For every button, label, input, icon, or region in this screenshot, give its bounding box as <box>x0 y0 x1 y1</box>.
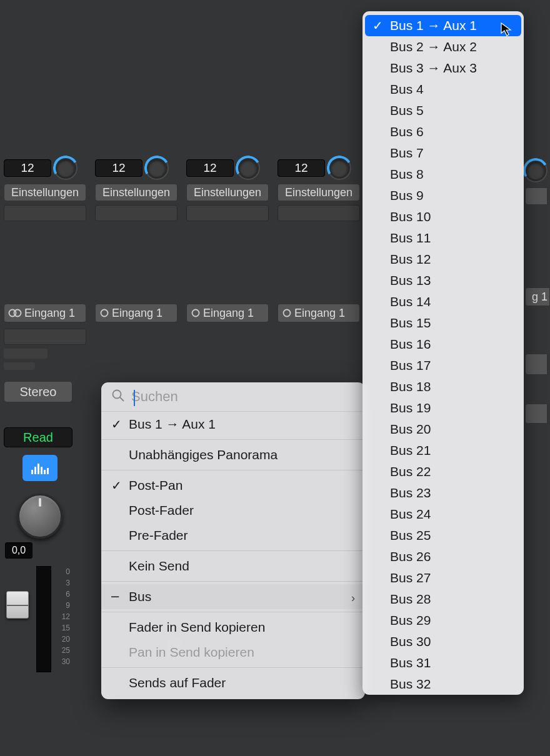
pan-knob[interactable] <box>18 494 62 539</box>
svg-point-1 <box>14 310 21 317</box>
bus-submenu-item[interactable]: Bus 13 <box>365 270 521 291</box>
svg-rect-4 <box>38 464 39 474</box>
input-selector[interactable]: Eingang 1 <box>186 304 269 322</box>
group-slot[interactable] <box>4 349 48 359</box>
send-level[interactable]: 12 <box>95 159 142 177</box>
bus-submenu-item[interactable]: Bus 5 <box>365 100 521 121</box>
menu-separator <box>101 612 365 612</box>
bus-submenu-item[interactable]: Bus 28 <box>365 589 521 610</box>
mono-icon <box>282 308 292 318</box>
pan-value[interactable]: 0,0 <box>5 542 32 559</box>
bus-submenu-item[interactable]: Bus 30 <box>365 631 521 652</box>
input-selector[interactable]: g 1 <box>525 287 550 306</box>
automation-read-button[interactable]: Read <box>4 427 72 447</box>
bus-submenu-item[interactable]: Bus 9 <box>365 185 521 206</box>
bus-submenu-item[interactable]: Bus 4 <box>365 79 521 100</box>
settings-button[interactable]: Einstellungen <box>278 184 360 201</box>
bus-submenu-item[interactable]: Bus 17 <box>365 355 521 376</box>
svg-point-11 <box>113 390 121 399</box>
send-knob[interactable] <box>238 157 259 179</box>
input-selector[interactable]: Eingang 1 <box>278 304 360 322</box>
menu-separator <box>101 470 365 470</box>
bus-submenu-item[interactable]: Bus 23 <box>365 482 521 504</box>
bus-submenu-item[interactable]: Bus 19 <box>365 397 521 419</box>
bus-submenu-item[interactable]: Bus 22 <box>365 461 521 482</box>
svg-point-10 <box>284 310 291 317</box>
insert-slot[interactable] <box>4 205 86 221</box>
stereo-mode-button[interactable]: Stereo <box>4 381 72 402</box>
bus-submenu-item[interactable]: Bus 2 → Aux 2 <box>365 36 521 57</box>
send-knob[interactable] <box>146 157 168 179</box>
mono-icon <box>99 308 109 318</box>
menu-item-bus-submenu[interactable]: Bus › <box>101 584 365 609</box>
insert-slot[interactable] <box>278 205 360 221</box>
input-label: Eingang 1 <box>203 307 254 320</box>
channel-strip-fragment: g 1 <box>525 157 550 427</box>
svg-point-8 <box>101 310 108 317</box>
bus-submenu-item[interactable]: Bus 31 <box>365 652 521 674</box>
svg-line-12 <box>120 397 124 401</box>
menu-item-pre-fader[interactable]: Pre-Fader <box>101 523 365 548</box>
menu-item-sends-on-fader[interactable]: Sends auf Fader <box>101 670 365 699</box>
settings-button[interactable]: Einstellungen <box>4 184 86 201</box>
bus-submenu-item[interactable]: Bus 3 → Aux 3 <box>365 57 521 79</box>
insert-slot[interactable] <box>95 205 178 221</box>
bus-submenu-item[interactable]: Bus 6 <box>365 121 521 142</box>
menu-separator <box>101 667 365 668</box>
menu-item-post-pan[interactable]: Post-Pan <box>101 473 365 498</box>
menu-separator <box>101 581 365 582</box>
menu-item-independent-pan[interactable]: Unabhängiges Panorama <box>101 442 365 467</box>
send-options-menu: Bus 1 → Aux 1 Unabhängiges Panorama Post… <box>101 382 365 699</box>
input-selector[interactable]: Eingang 1 <box>95 304 178 322</box>
send-knob[interactable] <box>329 157 350 179</box>
slot-fragment[interactable] <box>525 354 548 375</box>
output-slot[interactable] <box>4 329 86 345</box>
menu-item-no-send[interactable]: Kein Send <box>101 554 365 579</box>
bus-submenu-item[interactable]: Bus 15 <box>365 312 521 334</box>
input-label: Eingang 1 <box>24 307 75 320</box>
bus-submenu-item[interactable]: Bus 7 <box>365 142 521 164</box>
bus-submenu-item[interactable]: Bus 32 <box>365 674 521 695</box>
fader-thumb[interactable] <box>6 591 29 619</box>
menu-item-copy-fader[interactable]: Fader in Send kopieren <box>101 615 365 640</box>
settings-button[interactable] <box>525 187 548 205</box>
send-level[interactable]: 12 <box>186 159 234 177</box>
menu-item-post-fader[interactable]: Post-Fader <box>101 498 365 523</box>
search-icon <box>111 389 125 405</box>
bus-submenu-item[interactable]: Bus 1 → Aux 1 <box>365 15 521 36</box>
bus-submenu-item[interactable]: Bus 8 <box>365 164 521 185</box>
bus-submenu-item[interactable]: Bus 24 <box>365 504 521 525</box>
bus-submenu-item[interactable]: Bus 21 <box>365 440 521 461</box>
send-knob[interactable] <box>55 157 76 179</box>
input-monitor-button[interactable] <box>22 455 58 481</box>
bus-submenu-item[interactable]: Bus 29 <box>365 610 521 631</box>
menu-item-current-bus[interactable]: Bus 1 → Aux 1 <box>101 412 365 437</box>
search-input[interactable] <box>131 389 355 405</box>
menu-item-copy-pan: Pan in Send kopieren <box>101 640 365 665</box>
input-label: g 1 <box>532 291 548 304</box>
bus-submenu-item[interactable]: Bus 11 <box>365 227 521 249</box>
chevron-right-icon: › <box>351 592 355 605</box>
bus-submenu-item[interactable]: Bus 14 <box>365 291 521 312</box>
bus-submenu-item[interactable]: Bus 27 <box>365 567 521 589</box>
input-selector[interactable]: Eingang 1 <box>4 304 86 322</box>
menu-search <box>101 382 365 412</box>
send-knob[interactable] <box>525 160 546 181</box>
bus-submenu-item[interactable]: Bus 25 <box>365 525 521 546</box>
insert-slot[interactable] <box>186 205 269 221</box>
bus-submenu-item[interactable]: Bus 12 <box>365 249 521 270</box>
slot-fragment[interactable] <box>525 404 548 424</box>
bus-submenu-item[interactable]: Bus 26 <box>365 546 521 567</box>
mono-icon <box>191 308 201 318</box>
bus-submenu-item[interactable]: Bus 10 <box>365 206 521 227</box>
svg-point-9 <box>192 310 199 317</box>
send-level[interactable]: 12 <box>278 159 325 177</box>
bus-submenu-item[interactable]: Bus 18 <box>365 376 521 397</box>
menu-separator <box>101 550 365 551</box>
misc-slot[interactable] <box>4 362 35 370</box>
bus-submenu-item[interactable]: Bus 16 <box>365 334 521 355</box>
settings-button[interactable]: Einstellungen <box>95 184 178 201</box>
bus-submenu-item[interactable]: Bus 20 <box>365 419 521 440</box>
send-level[interactable]: 12 <box>4 159 51 177</box>
settings-button[interactable]: Einstellungen <box>186 184 269 201</box>
